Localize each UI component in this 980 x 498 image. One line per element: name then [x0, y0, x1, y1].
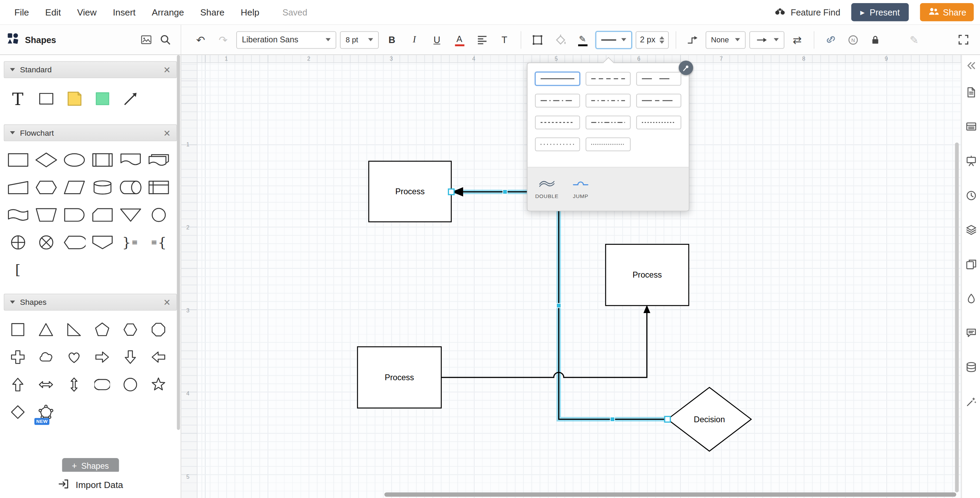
shape-arrow-down[interactable]: [116, 343, 145, 371]
swap-endpoints-button[interactable]: ⇄: [788, 30, 807, 49]
menu-item-arrange[interactable]: Arrange: [152, 7, 184, 17]
shape-bracket[interactable]: [: [4, 256, 32, 284]
connector-midpoint-handle[interactable]: [503, 190, 507, 194]
lock-button[interactable]: [866, 30, 885, 49]
text-options-button[interactable]: T: [495, 30, 514, 49]
present-mode-icon[interactable]: [964, 154, 978, 169]
more-shapes-button[interactable]: + Shapes: [62, 458, 119, 473]
import-data-button[interactable]: Import Data: [0, 472, 181, 498]
link-button[interactable]: [821, 30, 840, 49]
shape-polygon-new[interactable]: NEW: [32, 398, 60, 426]
line-style-solid[interactable]: [535, 72, 580, 86]
line-width-stepper[interactable]: 2 px: [636, 31, 668, 49]
shape-direct-access-storage[interactable]: [116, 173, 145, 201]
magic-icon[interactable]: [964, 395, 978, 409]
horizontal-scrollbar[interactable]: [384, 493, 956, 497]
shape-multiple-documents[interactable]: [144, 146, 172, 174]
vertical-scrollbar[interactable]: [955, 143, 959, 493]
connector-endpoint-handle[interactable]: [448, 189, 454, 194]
n-circle-icon[interactable]: N: [844, 30, 862, 49]
data-linking-icon[interactable]: [964, 360, 978, 375]
line-end-select[interactable]: [749, 31, 784, 49]
edit-style-button[interactable]: ✎: [905, 30, 923, 49]
shape-annotation-right[interactable]: }≡: [116, 229, 145, 256]
shape-preparation[interactable]: [32, 173, 60, 201]
line-style-select[interactable]: [596, 31, 632, 49]
history-icon[interactable]: [964, 188, 978, 203]
shape-arrow-right[interactable]: [88, 343, 116, 371]
shape-card[interactable]: [88, 201, 116, 229]
theme-icon[interactable]: [964, 291, 978, 306]
shape-decision[interactable]: [32, 146, 60, 174]
shape-line-arrow[interactable]: [116, 83, 145, 115]
menu-item-view[interactable]: View: [77, 7, 97, 17]
shape-off-page-connector[interactable]: [88, 229, 116, 256]
shape-cross[interactable]: [4, 343, 32, 371]
bold-button[interactable]: B: [383, 30, 401, 49]
section-header-flowchart[interactable]: Flowchart ✕: [4, 124, 177, 141]
shape-rectangle[interactable]: [32, 83, 60, 115]
line-style-dot-fine[interactable]: [586, 137, 631, 151]
shape-arrow-left-right[interactable]: [32, 371, 60, 398]
shape-circle[interactable]: [116, 371, 145, 398]
shape-style-button[interactable]: [528, 30, 547, 49]
close-icon[interactable]: ✕: [163, 65, 170, 75]
line-style-dash-dot[interactable]: [535, 94, 580, 107]
share-button[interactable]: Share: [920, 3, 974, 21]
font-size-select[interactable]: 8 pt: [340, 31, 379, 49]
layers-icon[interactable]: [964, 223, 978, 238]
section-header-shapes[interactable]: Shapes ✕: [4, 294, 177, 311]
menu-item-edit[interactable]: Edit: [45, 7, 60, 17]
text-color-button[interactable]: A: [450, 30, 469, 49]
line-color-button[interactable]: ✎: [573, 30, 592, 49]
menu-item-help[interactable]: Help: [241, 7, 259, 17]
connector-midpoint-handle[interactable]: [557, 304, 561, 308]
shape-arrow-up[interactable]: [4, 371, 32, 398]
feature-find-button[interactable]: Feature Find: [774, 5, 840, 20]
line-style-dashed[interactable]: [586, 72, 631, 86]
underline-button[interactable]: U: [427, 30, 446, 49]
close-icon[interactable]: ✕: [163, 297, 170, 307]
line-style-long-dash[interactable]: [636, 72, 681, 86]
shape-octagon[interactable]: [144, 315, 172, 343]
shape-diamond[interactable]: [4, 398, 32, 426]
notes-icon[interactable]: [964, 85, 978, 100]
shape-filled-square[interactable]: [88, 83, 116, 115]
line-style-dotted[interactable]: [636, 116, 681, 129]
shape-manual-operation[interactable]: [32, 201, 60, 229]
shape-summing-junction[interactable]: [32, 229, 60, 256]
shape-manual-input[interactable]: [4, 173, 32, 201]
line-style-short-dash[interactable]: [535, 116, 580, 129]
line-variant-jump[interactable]: JUMP: [565, 173, 597, 205]
connector-with-jump[interactable]: [441, 309, 647, 377]
insert-image-button[interactable]: [137, 30, 155, 49]
section-header-standard[interactable]: Standard ✕: [4, 61, 177, 78]
present-button[interactable]: ▶ Present: [851, 3, 908, 21]
shape-predefined-process[interactable]: [88, 146, 116, 174]
line-variant-double[interactable]: DOUBLE: [531, 173, 563, 205]
line-start-select[interactable]: None: [705, 31, 745, 49]
comments-icon[interactable]: [964, 325, 978, 340]
undo-button[interactable]: ↶: [191, 30, 210, 49]
shape-internal-storage[interactable]: [144, 173, 172, 201]
stepper-arrows[interactable]: [659, 36, 664, 43]
shape-cloud[interactable]: [32, 343, 60, 371]
font-family-select[interactable]: Liberation Sans: [236, 31, 336, 49]
shape-annotation-left[interactable]: ≡{: [144, 229, 172, 256]
italic-button[interactable]: I: [405, 30, 423, 49]
redo-button[interactable]: ↷: [214, 30, 232, 49]
shape-document[interactable]: [116, 146, 145, 174]
menu-item-insert[interactable]: Insert: [113, 7, 136, 17]
menu-item-file[interactable]: File: [14, 7, 29, 17]
close-icon[interactable]: ✕: [163, 128, 170, 138]
connector-midpoint-handle[interactable]: [610, 417, 615, 422]
shape-or[interactable]: [4, 229, 32, 256]
fullscreen-button[interactable]: [954, 30, 972, 49]
shape-database[interactable]: [88, 173, 116, 201]
shape-paper-tape[interactable]: [4, 201, 32, 229]
shape-data[interactable]: [60, 173, 88, 201]
shape-heart[interactable]: [60, 343, 88, 371]
shape-right-triangle[interactable]: [60, 315, 88, 343]
shape-connector[interactable]: [144, 201, 172, 229]
menu-item-share[interactable]: Share: [200, 7, 224, 17]
